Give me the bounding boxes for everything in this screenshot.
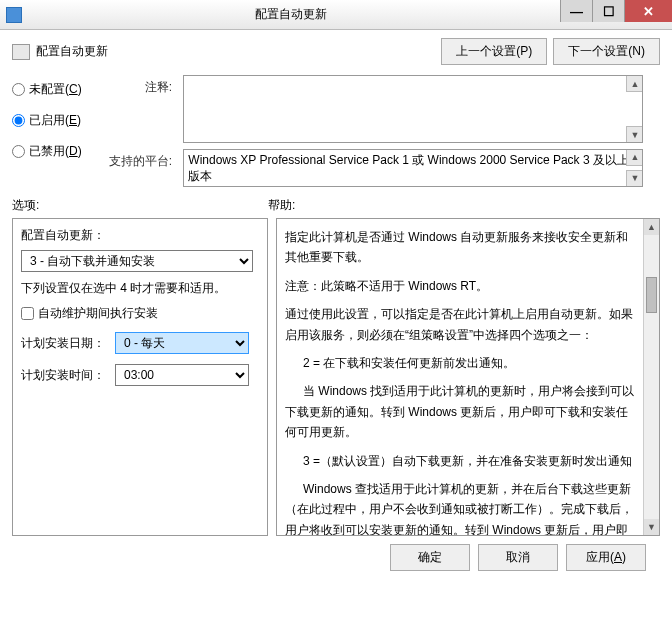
scroll-thumb[interactable] — [646, 277, 657, 313]
help-panel: 指定此计算机是否通过 Windows 自动更新服务来接收安全更新和其他重要下载。… — [276, 218, 660, 536]
apply-button[interactable]: 应用(A) — [566, 544, 646, 571]
help-text: 指定此计算机是否通过 Windows 自动更新服务来接收安全更新和其他重要下载。… — [285, 227, 637, 536]
scroll-down-icon[interactable]: ▼ — [644, 519, 659, 535]
maintenance-checkbox[interactable] — [21, 307, 34, 320]
header-row: 配置自动更新 上一个设置(P) 下一个设置(N) — [12, 38, 660, 65]
radio-enabled[interactable]: 已启用(E) — [12, 112, 102, 129]
window-title: 配置自动更新 — [22, 6, 560, 23]
options-note: 下列设置仅在选中 4 时才需要和适用。 — [21, 280, 259, 297]
maintenance-checkbox-row[interactable]: 自动维护期间执行安装 — [21, 305, 259, 322]
install-day-select[interactable]: 0 - 每天 — [115, 332, 249, 354]
close-button[interactable]: ✕ — [624, 0, 672, 22]
prev-setting-button[interactable]: 上一个设置(P) — [441, 38, 547, 65]
policy-icon — [12, 44, 30, 60]
radio-not-configured-input[interactable] — [12, 83, 25, 96]
radio-not-configured[interactable]: 未配置(C) — [12, 81, 102, 98]
footer-buttons: 确定 取消 应用(A) — [12, 536, 660, 579]
install-time-select[interactable]: 03:00 — [115, 364, 249, 386]
window-controls: — ☐ ✕ — [560, 0, 672, 29]
scroll-up-icon[interactable]: ▲ — [644, 219, 659, 235]
update-mode-label: 配置自动更新： — [21, 227, 259, 244]
supported-text: Windows XP Professional Service Pack 1 或… — [188, 153, 629, 183]
options-label: 选项: — [12, 197, 268, 214]
app-icon — [6, 7, 22, 23]
title-bar: 配置自动更新 — ☐ ✕ — [0, 0, 672, 30]
scroll-down-icon[interactable]: ▼ — [626, 126, 642, 142]
help-label: 帮助: — [268, 197, 295, 214]
options-panel: 配置自动更新： 3 - 自动下载并通知安装 下列设置仅在选中 4 时才需要和适用… — [12, 218, 268, 536]
scroll-up-icon[interactable]: ▲ — [626, 150, 642, 166]
help-scrollbar[interactable]: ▲ ▼ — [643, 219, 659, 535]
radio-enabled-input[interactable] — [12, 114, 25, 127]
install-day-label: 计划安装日期： — [21, 335, 111, 352]
maximize-button[interactable]: ☐ — [592, 0, 624, 22]
scroll-up-icon[interactable]: ▲ — [626, 76, 642, 92]
minimize-button[interactable]: — — [560, 0, 592, 22]
comment-textarea[interactable]: ▲ ▼ — [183, 75, 643, 143]
radio-disabled[interactable]: 已禁用(D) — [12, 143, 102, 160]
supported-label: 支持的平台: — [102, 149, 180, 170]
radio-group: 未配置(C) 已启用(E) 已禁用(D) — [12, 75, 102, 187]
comment-label: 注释: — [102, 75, 180, 96]
install-time-label: 计划安装时间： — [21, 367, 111, 384]
policy-title: 配置自动更新 — [36, 43, 108, 60]
supported-on-box: Windows XP Professional Service Pack 1 或… — [183, 149, 643, 187]
radio-disabled-input[interactable] — [12, 145, 25, 158]
scroll-down-icon[interactable]: ▼ — [626, 170, 642, 186]
next-setting-button[interactable]: 下一个设置(N) — [553, 38, 660, 65]
ok-button[interactable]: 确定 — [390, 544, 470, 571]
maintenance-checkbox-label: 自动维护期间执行安装 — [38, 305, 158, 322]
cancel-button[interactable]: 取消 — [478, 544, 558, 571]
update-mode-select[interactable]: 3 - 自动下载并通知安装 — [21, 250, 253, 272]
